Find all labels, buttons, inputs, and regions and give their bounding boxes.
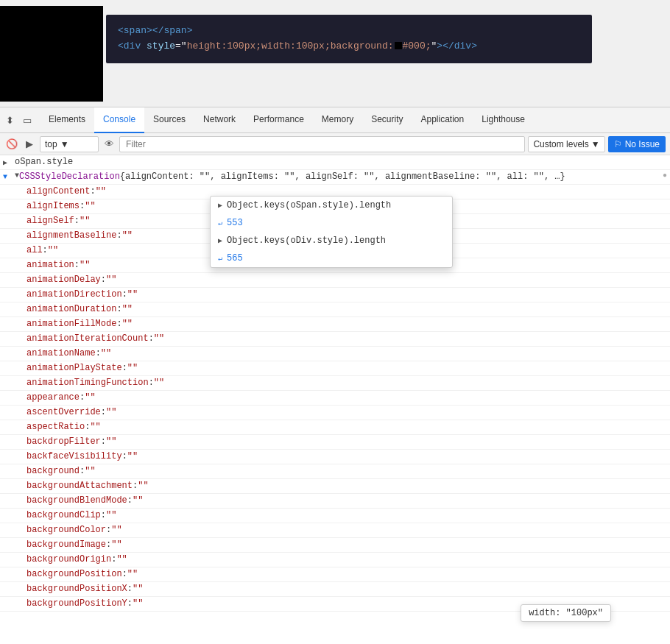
tab-network[interactable]: Network <box>194 107 244 133</box>
devtools-panel: ⬍ ▭ Elements Console Sources Network Per… <box>0 107 670 644</box>
custom-levels-button[interactable]: Custom levels ▼ <box>528 136 604 152</box>
property-row: animationDirection : "" <box>0 288 670 302</box>
no-issues-button[interactable]: ⚐ No Issue <box>608 136 666 152</box>
tooltip-text: width: "100px" <box>529 608 603 618</box>
autocomplete-popup: ▶ Object.keys(oSpan.style).length ↵ 553 … <box>210 196 453 268</box>
preview-black-box <box>0 6 103 102</box>
tab-bar-icons: ⬍ ▭ <box>3 113 34 127</box>
property-row: backgroundColor : "" <box>0 523 670 538</box>
autocomplete-text-0: Object.keys(oSpan.style).length <box>227 200 391 210</box>
css-class-name: CSSStyleDeclaration <box>19 171 120 182</box>
autocomplete-num-1: 565 <box>227 253 243 263</box>
tab-console[interactable]: Console <box>94 107 144 133</box>
filter-input[interactable] <box>119 136 525 152</box>
property-row: animationDuration : "" <box>0 302 670 317</box>
property-row: animationTimingFunction : "" <box>0 376 670 391</box>
property-row: backgroundOrigin : "" <box>0 553 670 567</box>
return-arrow-icon: ↵ <box>218 219 222 227</box>
property-row: backgroundPositionX : "" <box>0 582 670 597</box>
chevron-down-icon: ▼ <box>60 139 69 149</box>
context-selector[interactable]: top ▼ <box>40 136 99 152</box>
filter-icon[interactable]: ▶ <box>22 137 37 152</box>
console-row-ospan: ▶ oSpan.style <box>0 155 670 170</box>
property-row: appearance : "" <box>0 391 670 406</box>
chevron-down-icon: ▼ <box>591 139 600 149</box>
property-row: animationIterationCount : "" <box>0 332 670 347</box>
run-arrow-icon: ▶ <box>218 201 222 210</box>
css-object-preview: {alignContent: "", alignItems: "", align… <box>120 171 565 182</box>
preview-area: <span></span> <div style="height:100px;w… <box>0 0 670 107</box>
tab-lighthouse[interactable]: Lighthouse <box>473 107 534 133</box>
return-arrow-icon-2: ↵ <box>218 254 222 263</box>
console-row-css: ▼ ▼ CSSStyleDeclaration {alignContent: "… <box>0 170 670 185</box>
tab-application[interactable]: Application <box>412 107 473 133</box>
autocomplete-item-2[interactable]: ▶ Object.keys(oDiv.style).length <box>211 232 452 250</box>
row-indicator: ● <box>663 171 667 180</box>
property-row: backgroundAttachment : "" <box>0 479 670 494</box>
autocomplete-item-3[interactable]: ↵ 565 <box>211 250 452 267</box>
property-row: backgroundClip : "" <box>0 509 670 523</box>
tab-elements[interactable]: Elements <box>40 107 94 133</box>
property-row: aspectRatio : "" <box>0 420 670 435</box>
property-row: backgroundBlendMode : "" <box>0 494 670 509</box>
property-row: backdropFilter : "" <box>0 435 670 450</box>
autocomplete-item-1[interactable]: ↵ 553 <box>211 214 452 232</box>
property-row: animationPlayState : "" <box>0 361 670 376</box>
run-arrow-icon-2: ▶ <box>218 236 222 245</box>
code-line-2: <div style="height:100px;width:100px;bac… <box>118 39 580 54</box>
console-output: ▶ oSpan.style ▼ ▼ CSSStyleDeclaration {a… <box>0 155 670 644</box>
device-toolbar-icon[interactable]: ▭ <box>21 113 34 127</box>
inspect-element-icon[interactable]: ⬍ <box>3 113 16 127</box>
tab-sources[interactable]: Sources <box>144 107 194 133</box>
property-row: animationDelay : "" <box>0 273 670 288</box>
tab-performance[interactable]: Performance <box>244 107 313 133</box>
ospan-label: oSpan.style <box>15 157 73 167</box>
property-row: backfaceVisibility : "" <box>0 450 670 464</box>
autocomplete-item-0[interactable]: ▶ Object.keys(oSpan.style).length <box>211 197 452 214</box>
property-row: backgroundPosition : "" <box>0 567 670 582</box>
property-row: animationFillMode : "" <box>0 317 670 332</box>
autocomplete-text-1: Object.keys(oDiv.style).length <box>227 236 386 246</box>
arrow-right-icon: ▶ <box>3 157 15 167</box>
tab-memory[interactable]: Memory <box>313 107 362 133</box>
arrow-down-icon[interactable]: ▼ <box>3 171 15 181</box>
property-row: animationName : "" <box>0 347 670 361</box>
autocomplete-num-0: 553 <box>227 218 243 228</box>
flag-icon: ⚐ <box>614 139 622 149</box>
property-row: ascentOverride : "" <box>0 406 670 420</box>
eye-icon[interactable]: 👁 <box>102 137 116 152</box>
tooltip-box: width: "100px" <box>521 604 611 622</box>
tab-bar: ⬍ ▭ Elements Console Sources Network Per… <box>0 107 670 133</box>
code-snippet: <span></span> <div style="height:100px;w… <box>106 15 592 63</box>
clear-console-button[interactable]: 🚫 <box>4 137 19 152</box>
property-row: background : "" <box>0 464 670 479</box>
code-line-1: <span></span> <box>118 24 580 39</box>
tab-security[interactable]: Security <box>362 107 412 133</box>
property-row: backgroundImage : "" <box>0 538 670 553</box>
console-toolbar: 🚫 ▶ top ▼ 👁 Custom levels ▼ ⚐ No Issue <box>0 133 670 155</box>
